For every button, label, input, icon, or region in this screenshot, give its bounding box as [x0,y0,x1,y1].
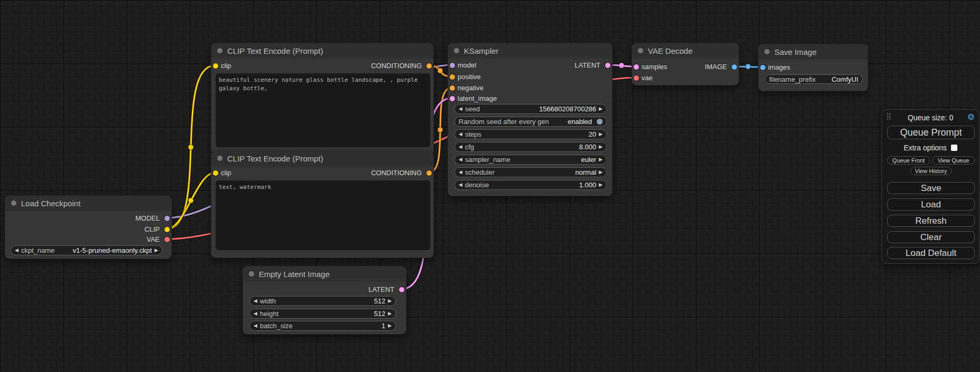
node-titlebar[interactable]: Save Image [759,44,868,60]
output-slot-conditioning[interactable] [426,63,432,69]
arrow-left-icon[interactable]: ◀ [15,248,18,253]
collapse-dot-icon[interactable] [217,48,222,53]
widget-value: v1-5-pruned-emaonly.ckpt [73,246,152,254]
node-load-checkpoint[interactable]: Load Checkpoint MODEL CLIP VAE ◀ ckpt_na… [5,195,172,259]
widget-label: Random seed after every gen [459,118,549,126]
node-ksampler[interactable]: KSampler model positive negative latent_… [448,43,613,196]
input-label-vae: vae [642,74,653,82]
arrow-left-icon[interactable]: ◀ [254,299,257,303]
arrow-left-icon[interactable]: ◀ [254,311,257,316]
prompt-textarea[interactable]: text, watermark [216,180,430,250]
link-clip-negative [167,173,215,229]
arrow-right-icon[interactable]: ▶ [599,183,603,187]
view-queue-button[interactable]: View Queue [932,156,975,165]
output-label-image: IMAGE [705,63,727,71]
node-titlebar[interactable]: VAE Decode [632,43,739,59]
arrow-right-icon[interactable]: ▶ [599,170,603,175]
input-slot-clip[interactable] [213,63,218,69]
node-empty-latent-image[interactable]: Empty Latent Image LATENT ◀ width 512 ▶ … [242,266,406,335]
arrow-left-icon[interactable]: ◀ [459,183,462,187]
arrow-left-icon[interactable]: ◀ [459,145,462,149]
node-save-image[interactable]: Save Image images filename_prefix ComfyU… [758,44,868,91]
widget-random-seed-toggle[interactable]: Random seed after every gen enabled [454,117,607,127]
arrow-left-icon[interactable]: ◀ [254,323,257,328]
output-slot-latent[interactable] [399,287,404,292]
input-slot-latent-image[interactable] [450,96,455,101]
widget-height[interactable]: ◀ height 512 ▶ [249,309,396,319]
load-default-button[interactable]: Load Default [887,247,975,259]
node-clip-text-encode-positive[interactable]: CLIP Text Encode (Prompt) clip CONDITION… [211,43,434,155]
widget-width[interactable]: ◀ width 512 ▶ [249,296,396,306]
arrow-left-icon[interactable]: ◀ [459,107,462,111]
collapse-dot-icon[interactable] [764,49,770,54]
save-button[interactable]: Save [887,182,975,194]
settings-gear-icon[interactable]: ⚙ [967,112,975,122]
queue-front-button[interactable]: Queue Front [887,156,930,165]
widget-value: 1.000 [579,181,597,189]
arrow-right-icon[interactable]: ▶ [388,323,392,328]
widget-steps[interactable]: ◀ steps 20 ▶ [454,129,607,139]
arrow-right-icon[interactable]: ▶ [388,311,392,316]
widget-label: cfg [465,143,474,151]
clear-button[interactable]: Clear [887,231,975,243]
collapse-dot-icon[interactable] [638,48,643,53]
node-title: CLIP Text Encode (Prompt) [227,151,323,166]
collapse-dot-icon[interactable] [217,156,222,161]
input-slot-negative[interactable] [450,85,455,91]
input-slot-clip[interactable] [213,170,218,176]
output-slot-image[interactable] [732,64,737,70]
collapse-dot-icon[interactable] [11,201,16,206]
collapse-dot-icon[interactable] [249,271,254,276]
toggle-knob[interactable] [597,119,603,125]
widget-seed[interactable]: ◀ seed 156680208700286 ▶ [454,104,607,114]
output-label-latent: LATENT [575,61,600,70]
node-titlebar[interactable]: CLIP Text Encode (Prompt) [211,43,433,59]
load-button[interactable]: Load [887,198,975,211]
node-titlebar[interactable]: KSampler [448,43,612,59]
output-slot-clip[interactable] [164,227,170,232]
arrow-right-icon[interactable]: ▶ [599,132,603,137]
extra-options-checkbox[interactable] [951,145,957,151]
arrow-right-icon[interactable]: ▶ [154,248,158,253]
widget-cfg[interactable]: ◀ cfg 8.000 ▶ [454,142,607,152]
extra-options-label: Extra options [904,144,947,152]
input-slot-model[interactable] [450,63,455,68]
queue-prompt-button[interactable]: Queue Prompt [887,126,975,139]
widget-filename-prefix[interactable]: filename_prefix ComfyUI [765,74,862,84]
widget-ckpt-name[interactable]: ◀ ckpt_name v1-5-pruned-emaonly.ckpt ▶ [11,245,162,255]
input-slot-vae[interactable] [634,75,639,81]
widget-denoise[interactable]: ◀ denoise 1.000 ▶ [454,180,607,190]
arrow-left-icon[interactable]: ◀ [459,170,462,175]
node-clip-text-encode-negative[interactable]: CLIP Text Encode (Prompt) clip CONDITION… [211,150,434,258]
widget-sampler-name[interactable]: ◀ sampler_name euler ▶ [454,155,607,165]
node-titlebar[interactable]: CLIP Text Encode (Prompt) [211,151,433,166]
node-graph-canvas[interactable]: Load Checkpoint MODEL CLIP VAE ◀ ckpt_na… [0,0,980,372]
output-slot-latent[interactable] [605,63,610,68]
refresh-button[interactable]: Refresh [887,215,975,227]
node-titlebar[interactable]: Empty Latent Image [243,266,406,282]
input-slot-images[interactable] [760,65,765,70]
arrow-right-icon[interactable]: ▶ [599,145,603,149]
output-slot-vae[interactable] [164,237,170,242]
output-slot-model[interactable] [164,216,170,221]
output-slot-conditioning[interactable] [426,170,432,176]
input-slot-positive[interactable] [450,74,455,80]
collapse-dot-icon[interactable] [454,48,459,53]
arrow-left-icon[interactable]: ◀ [459,132,462,137]
node-vae-decode[interactable]: VAE Decode samples vae IMAGE [632,43,739,85]
arrow-right-icon[interactable]: ▶ [599,107,603,111]
output-label-model: MODEL [135,214,160,223]
node-titlebar[interactable]: Load Checkpoint [5,196,171,211]
input-slot-samples[interactable] [634,64,639,70]
view-history-button[interactable]: View History [910,167,952,175]
comfy-menu-panel[interactable]: ⣿ Queue size: 0 ⚙ Queue Prompt Extra opt… [881,109,979,264]
arrow-right-icon[interactable]: ▶ [599,157,603,162]
widget-batch-size[interactable]: ◀ batch_size 1 ▶ [249,321,396,331]
widget-value: 20 [589,130,596,138]
arrow-left-icon[interactable]: ◀ [459,157,462,162]
extra-options-row: Extra options [882,144,979,152]
prompt-textarea[interactable]: beautiful scenery nature glass bottle la… [216,73,430,147]
output-label-conditioning: CONDITIONING [371,62,422,70]
widget-scheduler[interactable]: ◀ scheduler normal ▶ [454,167,607,177]
arrow-right-icon[interactable]: ▶ [388,299,392,303]
